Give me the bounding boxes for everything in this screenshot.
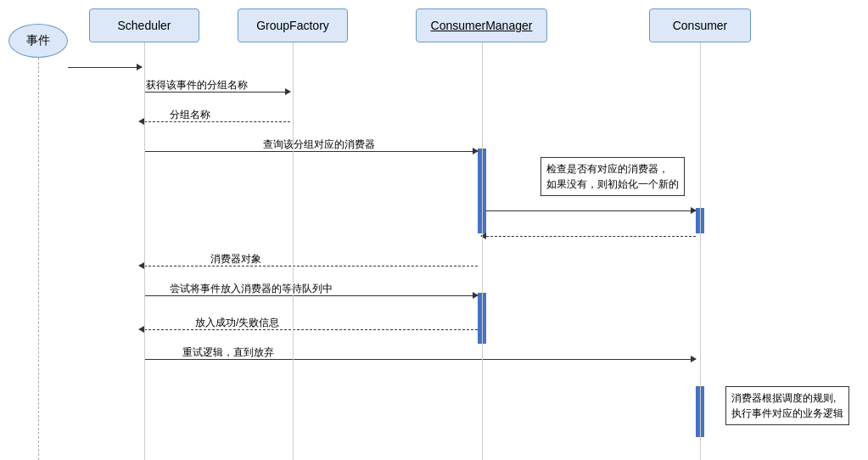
col-border-2	[293, 42, 294, 460]
arrowhead-5	[691, 207, 697, 214]
arrowhead-8	[473, 292, 479, 299]
arrowhead-4	[473, 148, 479, 154]
arrowhead-1	[137, 64, 143, 70]
actor-groupfactory-label: GroupFactory	[256, 19, 329, 32]
actor-consumer: Consumer	[649, 8, 751, 42]
note-execute-logic-text: 消费器根据调度的规则,执行事件对应的业务逻辑	[731, 392, 843, 419]
label-result: 放入成功/失败信息	[195, 316, 279, 330]
note-check-consumer: 检查是否有对应的消费器，如果没有，则初始化一个新的	[540, 157, 685, 196]
note-check-consumer-text: 检查是否有对应的消费器，如果没有，则初始化一个新的	[546, 163, 679, 190]
arrow-consumer-return	[486, 236, 696, 237]
actor-scheduler: Scheduler	[89, 8, 199, 42]
sequence-diagram: 事件 Scheduler GroupFactory ConsumerManage…	[0, 0, 868, 460]
actor-event: 事件	[8, 24, 68, 58]
arrow-result	[144, 329, 478, 330]
arrow-consumer-obj	[144, 266, 478, 266]
actor-groupfactory: GroupFactory	[238, 8, 348, 42]
arrow-event-to-scheduler	[68, 67, 142, 68]
lifeline-event	[38, 58, 39, 460]
arrowhead-7	[138, 262, 144, 269]
actor-event-label: 事件	[26, 33, 50, 48]
label-retry: 重试逻辑，直到放弃	[182, 345, 274, 360]
col-border-4	[700, 42, 701, 460]
arrow-group-name-return	[144, 121, 290, 122]
arrowhead-10	[691, 356, 697, 362]
note-execute-logic: 消费器根据调度的规则,执行事件对应的业务逻辑	[725, 386, 849, 425]
label-try-enqueue: 尝试将事件放入消费器的等待队列中	[170, 282, 333, 296]
arrow-init-consumer	[486, 210, 696, 211]
actor-consumermanager-label: ConsumerManager	[431, 19, 533, 32]
col-border-3	[482, 42, 483, 460]
label-query-consumer: 查询该分组对应的消费器	[263, 137, 375, 152]
arrowhead-2	[285, 88, 291, 95]
actor-consumer-label: Consumer	[673, 19, 728, 32]
arrowhead-3	[138, 118, 144, 125]
actor-consumermanager: ConsumerManager	[416, 8, 547, 42]
label-get-group-name: 获得该事件的分组名称	[146, 78, 248, 93]
col-border-1	[144, 42, 145, 460]
label-group-name: 分组名称	[170, 108, 210, 122]
label-consumer-obj: 消费器对象	[210, 252, 261, 266]
arrowhead-9	[138, 326, 144, 333]
actor-scheduler-label: Scheduler	[117, 19, 171, 32]
